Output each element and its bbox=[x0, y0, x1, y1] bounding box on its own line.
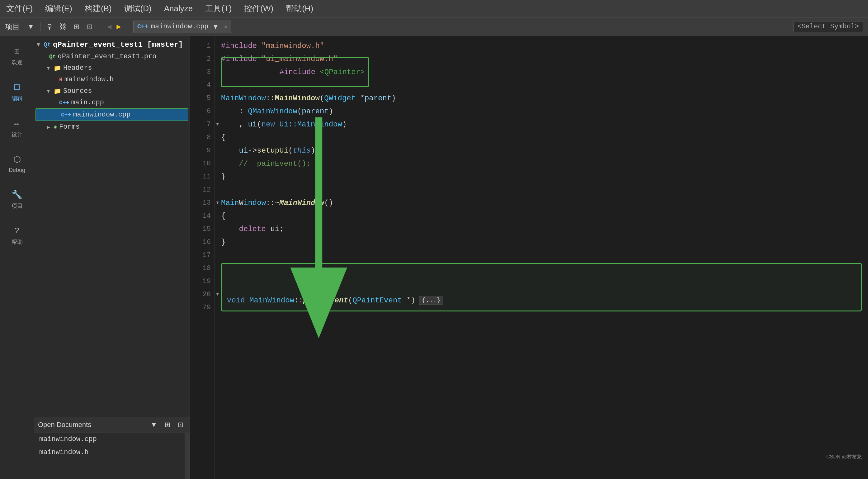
project-label-sidebar: 项目 bbox=[11, 202, 23, 210]
open-docs-title: Open Documents bbox=[38, 421, 145, 429]
highlight-section-18-20: void MainWindow::paintEvent(QPaintEvent … bbox=[221, 263, 862, 311]
menubar: 文件(F) 编辑(E) 构建(B) 调试(D) Analyze 工具(T) 控件… bbox=[0, 0, 868, 18]
code-line-79 bbox=[221, 313, 862, 326]
open-docs-list: mainwindow.cpp mainwindow.h bbox=[34, 433, 190, 479]
toolbar-layout-btn[interactable]: ⊡ bbox=[84, 22, 95, 32]
select-symbol-dropdown[interactable]: <Select Symbol> bbox=[793, 21, 863, 32]
line-9: 9 bbox=[190, 144, 215, 157]
brace-close-16: } bbox=[221, 238, 225, 246]
line-17: 17 bbox=[190, 248, 215, 262]
tree-headers-folder[interactable]: ▼ 📁 Headers bbox=[34, 62, 190, 74]
tab-dropdown-btn[interactable]: ▼ bbox=[211, 22, 220, 31]
headers-folder-label: Headers bbox=[63, 64, 92, 72]
line-18: 18 bbox=[190, 262, 215, 275]
toolbar-filter-btn[interactable]: ⚲ bbox=[44, 22, 55, 32]
mainwindow-h-label: mainwindow.h bbox=[64, 76, 114, 84]
welcome-label: 欢迎 bbox=[11, 59, 23, 66]
code-line-19 bbox=[227, 280, 856, 294]
tree-project-root[interactable]: ▼ Qt qPainter_event_test1 [master] bbox=[34, 39, 190, 51]
design-icon: ✏ bbox=[11, 118, 23, 129]
brace-open-14: { bbox=[221, 212, 225, 220]
include-keyword-3: #include bbox=[280, 68, 320, 76]
code-line-7: , ui(new Ui::MainWindow) bbox=[221, 118, 862, 131]
tab-close-btn[interactable]: ✕ bbox=[224, 23, 227, 30]
line-20: 20 ▼ bbox=[190, 288, 215, 301]
tree-sources-folder[interactable]: ▼ 📁 Sources bbox=[34, 85, 190, 97]
tree-mainwindow-cpp[interactable]: C++ mainwindow.cpp bbox=[35, 109, 188, 121]
sidebar-item-welcome[interactable]: ⊞ 欢迎 bbox=[3, 42, 31, 69]
ui-7: ui bbox=[248, 120, 257, 129]
code-line-18 bbox=[227, 268, 856, 280]
menu-build[interactable]: 构建(B) bbox=[85, 3, 112, 14]
sidebar-item-help[interactable]: ? 帮助 bbox=[3, 222, 31, 249]
sidebar-item-project[interactable]: 🔧 项目 bbox=[3, 186, 31, 213]
edit-icon: □ bbox=[11, 82, 23, 93]
doc-item-mainwindow-h[interactable]: mainwindow.h bbox=[34, 446, 190, 459]
paren-open-9: ( bbox=[288, 146, 293, 155]
ui-ns-7: Ui:: bbox=[279, 120, 297, 129]
fold-btn-20[interactable]: {...} bbox=[419, 296, 443, 305]
header-file-icon: H bbox=[59, 77, 63, 83]
brace-close-11: } bbox=[221, 173, 225, 181]
code-content: 1 2 3 4 5 6 7 ▼ 8 9 10 11 12 13 ▼ 14 15 … bbox=[190, 36, 868, 479]
code-line-14: { bbox=[221, 209, 862, 222]
sidebar-item-debug[interactable]: ⬡ Debug bbox=[3, 151, 31, 177]
scope-20: :: bbox=[294, 296, 303, 305]
nav-back-btn[interactable]: ◀ bbox=[105, 22, 113, 32]
code-line-11: } bbox=[221, 170, 862, 183]
tree-forms-folder[interactable]: ▶ ◈ Forms bbox=[34, 121, 190, 133]
code-line-5: MainWindow::MainWindow(QWidget *parent) bbox=[221, 92, 862, 104]
qwidget-5: QWidget bbox=[324, 94, 355, 102]
line-2: 2 bbox=[190, 52, 215, 65]
file-tab-mainwindow-cpp[interactable]: C++ mainwindow.cpp ▼ ✕ bbox=[133, 21, 231, 33]
toolbar: 项目 ▼ ⚲ ⛓ ⊞ ⊡ ◀ ▶ C++ mainwindow.cpp ▼ ✕ … bbox=[0, 18, 868, 36]
paren-close-6: ) bbox=[329, 107, 333, 116]
help-icon: ? bbox=[11, 225, 23, 236]
headers-folder-icon: 📁 bbox=[54, 64, 61, 72]
tree-main-cpp[interactable]: C++ main.cpp bbox=[34, 97, 190, 109]
menu-tools[interactable]: 工具(T) bbox=[205, 3, 231, 14]
toolbar-add-btn[interactable]: ⊞ bbox=[71, 22, 82, 32]
code-line-15: delete ui; bbox=[221, 222, 862, 235]
menu-edit[interactable]: 编辑(E) bbox=[45, 3, 72, 14]
code-line-9: ui->setupUi(this); bbox=[221, 144, 862, 157]
sidebar-item-design[interactable]: ✏ 设计 bbox=[3, 115, 31, 141]
nav-forward-btn[interactable]: ▶ bbox=[115, 22, 123, 32]
line-13: 13 ▼ bbox=[190, 196, 215, 209]
menu-debug[interactable]: 调试(D) bbox=[124, 3, 152, 14]
line-8: 8 bbox=[190, 131, 215, 144]
separator-2 bbox=[99, 22, 99, 31]
open-docs-dropdown-btn[interactable]: ▼ bbox=[148, 420, 160, 430]
sidebar-item-edit[interactable]: □ 编辑 bbox=[3, 79, 31, 105]
cpp-mainwindow-icon: C++ bbox=[61, 112, 71, 118]
code-line-10: // painEvent(); bbox=[221, 157, 862, 170]
tree-mainwindow-h[interactable]: H mainwindow.h bbox=[34, 74, 190, 85]
line-11: 11 bbox=[190, 170, 215, 183]
menu-file[interactable]: 文件(F) bbox=[6, 3, 33, 14]
scrollbar-right[interactable] bbox=[185, 433, 190, 479]
scope-13: ::~ bbox=[266, 199, 279, 207]
tree-pro-file[interactable]: Qt qPainter_event_test1.pro bbox=[34, 51, 190, 62]
line-5: 5 bbox=[190, 92, 215, 104]
menu-help[interactable]: 帮助(H) bbox=[286, 3, 313, 14]
indent-15 bbox=[221, 225, 239, 233]
paren-close-5: ) bbox=[391, 94, 396, 102]
w-13: W bbox=[239, 199, 244, 207]
parens-13: () bbox=[324, 199, 333, 207]
menu-controls[interactable]: 控件(W) bbox=[244, 3, 273, 14]
doc-item-mainwindow-cpp[interactable]: mainwindow.cpp bbox=[34, 433, 190, 446]
toolbar-link-btn[interactable]: ⛓ bbox=[57, 22, 69, 32]
open-docs-layout-btn[interactable]: ⊡ bbox=[175, 420, 186, 430]
toolbar-dropdown-btn[interactable]: ▼ bbox=[25, 22, 37, 32]
main-cpp-label: main.cpp bbox=[71, 99, 104, 107]
menu-analyze[interactable]: Analyze bbox=[164, 4, 193, 13]
line-3: 3 bbox=[190, 65, 215, 79]
code-lines[interactable]: #include "mainwindow.h" #include "ui_mai… bbox=[215, 36, 868, 479]
sources-folder-icon: 📁 bbox=[54, 87, 61, 95]
separator-1 bbox=[40, 22, 41, 31]
open-docs-add-btn[interactable]: ⊞ bbox=[162, 420, 173, 430]
line-12: 12 bbox=[190, 183, 215, 196]
sources-folder-label: Sources bbox=[63, 87, 92, 95]
project-name: qPainter_event_test1 [master] bbox=[53, 40, 183, 49]
project-label: 项目 bbox=[5, 22, 20, 32]
